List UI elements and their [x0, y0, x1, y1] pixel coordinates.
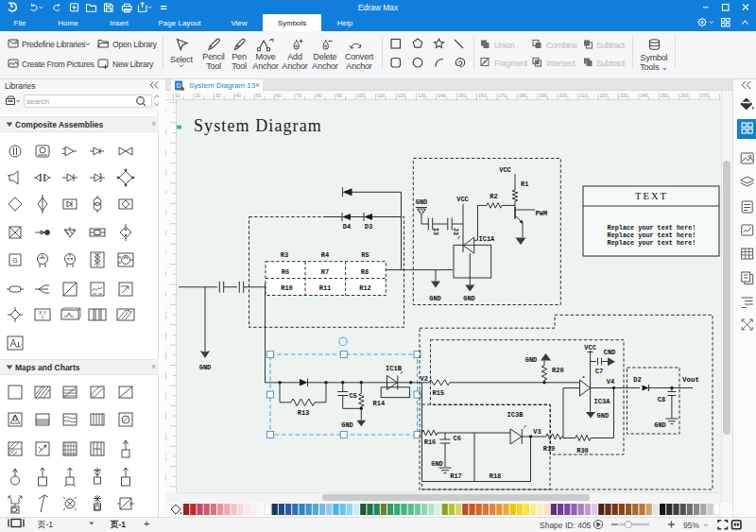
svg-text:R8: R8 — [361, 268, 369, 276]
svg-text:20: 20 — [196, 93, 201, 98]
svg-text:R10: R10 — [281, 284, 293, 292]
svg-text:10: 10 — [175, 93, 180, 98]
svg-text:30: 30 — [165, 169, 167, 175]
svg-text:150: 150 — [165, 412, 167, 420]
svg-text:160: 160 — [478, 93, 487, 98]
svg-text:110: 110 — [165, 332, 167, 339]
svg-text:R20: R20 — [552, 367, 564, 374]
svg-text:120: 120 — [398, 93, 406, 98]
svg-text:GND: GND — [199, 364, 212, 371]
svg-text:R16: R16 — [424, 438, 437, 446]
svg-text:150: 150 — [458, 93, 467, 98]
svg-text:70: 70 — [165, 250, 167, 256]
svg-text:V2: V2 — [421, 375, 428, 383]
svg-text:120: 120 — [165, 352, 167, 360]
svg-text:GND: GND — [463, 295, 475, 302]
svg-text:250: 250 — [661, 93, 669, 98]
svg-text:Vout: Vout — [682, 376, 699, 384]
svg-text:VCC: VCC — [584, 344, 596, 352]
svg-text:IC3B: IC3B — [507, 411, 524, 419]
svg-text:60: 60 — [276, 93, 282, 98]
svg-text:160: 160 — [165, 433, 167, 441]
svg-text:260: 260 — [680, 93, 689, 98]
svg-text:80: 80 — [317, 93, 322, 98]
svg-text:40: 40 — [235, 93, 241, 98]
svg-text:GND: GND — [525, 356, 538, 364]
svg-text:GND: GND — [341, 421, 353, 429]
svg-text:Replace your text here!: Replace your text here! — [608, 232, 696, 239]
svg-text:20: 20 — [165, 149, 167, 155]
svg-text:80: 80 — [165, 270, 167, 276]
svg-text:210: 210 — [579, 93, 588, 98]
svg-text:0: 0 — [165, 109, 167, 112]
svg-text:230: 230 — [620, 93, 628, 98]
svg-text:140: 140 — [438, 93, 446, 98]
svg-text:140: 140 — [165, 392, 167, 401]
svg-text:C6: C6 — [454, 435, 461, 442]
svg-text:System Diagram: System Diagram — [194, 116, 322, 135]
svg-text:CND: CND — [604, 349, 616, 356]
svg-text:180: 180 — [519, 93, 527, 98]
svg-text:170: 170 — [165, 453, 167, 461]
svg-text:R7: R7 — [321, 268, 329, 276]
svg-text:TEXT: TEXT — [635, 191, 668, 201]
svg-text:R4: R4 — [321, 251, 329, 259]
svg-text:130: 130 — [165, 371, 167, 380]
svg-text:Y: Y — [41, 315, 44, 320]
svg-text:VCC: VCC — [499, 166, 511, 174]
svg-text:R2: R2 — [490, 193, 497, 200]
svg-text:R5: R5 — [361, 251, 369, 259]
svg-text:90: 90 — [165, 291, 167, 297]
svg-text:VCC: VCC — [456, 196, 469, 203]
svg-text:G: G — [12, 257, 17, 264]
svg-text:R19: R19 — [543, 445, 556, 453]
svg-text:IC1B: IC1B — [386, 365, 403, 372]
svg-text:70: 70 — [297, 93, 302, 98]
svg-text:200: 200 — [559, 93, 568, 98]
svg-text:40: 40 — [165, 190, 167, 196]
svg-text:I3: I3 — [432, 228, 438, 235]
svg-text:IC1A: IC1A — [479, 235, 496, 243]
svg-text:30: 30 — [215, 93, 221, 98]
svg-text:GND: GND — [431, 460, 443, 468]
svg-text:V4: V4 — [607, 378, 614, 386]
svg-text:R6: R6 — [282, 268, 289, 276]
svg-text:90: 90 — [336, 93, 342, 98]
svg-text:R30: R30 — [576, 447, 589, 455]
svg-text:D3: D3 — [365, 223, 372, 231]
svg-text:220: 220 — [600, 93, 609, 98]
svg-text:R13: R13 — [298, 409, 310, 417]
svg-text:D2: D2 — [633, 376, 641, 384]
svg-text:R1: R1 — [521, 180, 528, 188]
svg-text:J3: J3 — [452, 228, 458, 235]
svg-text:GND: GND — [654, 421, 666, 429]
svg-text:R3: R3 — [281, 251, 288, 259]
svg-text:C5: C5 — [350, 392, 357, 400]
svg-text:V3: V3 — [533, 428, 541, 436]
svg-text:GND: GND — [597, 412, 610, 420]
svg-text:50: 50 — [165, 210, 167, 215]
svg-text:IC3A: IC3A — [594, 398, 611, 405]
svg-text:R11: R11 — [319, 284, 332, 292]
svg-text:R14: R14 — [373, 400, 386, 407]
svg-text:10: 10 — [165, 129, 167, 135]
svg-text:270: 270 — [701, 93, 710, 98]
svg-text:190: 190 — [539, 93, 547, 98]
svg-text:*: * — [582, 375, 586, 382]
svg-text:C7: C7 — [595, 368, 603, 375]
svg-text:R12: R12 — [359, 284, 371, 292]
svg-text:60: 60 — [165, 231, 167, 236]
svg-text:R18: R18 — [490, 472, 502, 480]
svg-text:110: 110 — [377, 93, 385, 98]
svg-text:C8: C8 — [658, 396, 665, 403]
svg-text:100: 100 — [357, 93, 366, 98]
svg-text:95%: 95% — [683, 521, 699, 530]
svg-text:Edraw Max: Edraw Max — [358, 3, 399, 12]
svg-text:GND: GND — [429, 295, 441, 302]
svg-text:Replace your text here!: Replace your text here! — [608, 239, 696, 247]
svg-text:50: 50 — [256, 93, 262, 98]
svg-text:170: 170 — [499, 93, 507, 98]
svg-text:240: 240 — [640, 93, 648, 98]
svg-text:GND: GND — [416, 198, 428, 206]
svg-text:100: 100 — [165, 311, 167, 319]
